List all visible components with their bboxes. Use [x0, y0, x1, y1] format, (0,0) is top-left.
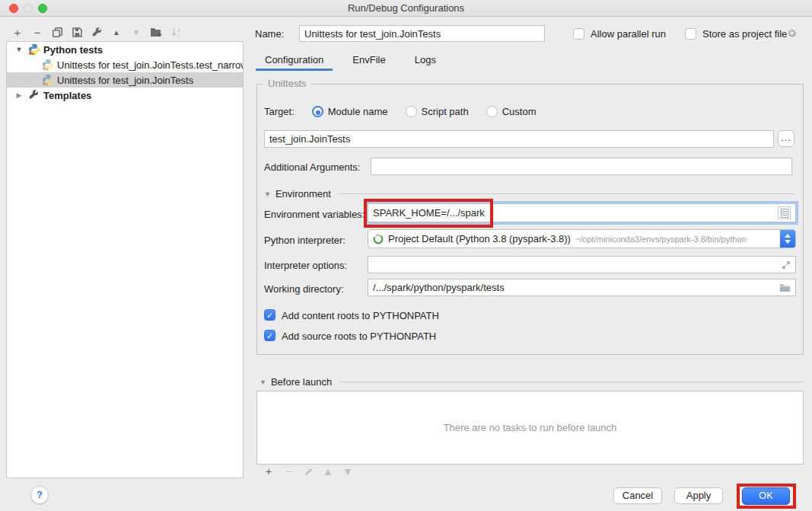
name-label: Name:: [255, 28, 284, 40]
environment-section-title: Environment: [275, 188, 331, 200]
add-task-button[interactable]: +: [259, 465, 279, 477]
interpreter-options-field[interactable]: [368, 256, 796, 273]
working-directory-input[interactable]: [373, 282, 779, 293]
before-launch-section-title: Before launch: [271, 376, 332, 388]
expand-field-button[interactable]: [782, 260, 791, 270]
environment-variables-input[interactable]: [373, 207, 775, 219]
help-button[interactable]: ?: [30, 486, 49, 504]
window-title: Run/Debug Configurations: [0, 0, 812, 17]
interpreter-options-label: Interpreter options:: [264, 260, 347, 271]
edit-task-button[interactable]: [298, 467, 318, 477]
allow-parallel-run-label: Allow parallel run: [591, 28, 666, 40]
add-configuration-button[interactable]: +: [8, 24, 27, 40]
save-icon: [72, 27, 83, 38]
tab-configuration[interactable]: Configuration: [256, 51, 333, 71]
new-folder-icon: [150, 27, 162, 37]
python-tests-icon: [28, 43, 40, 56]
environment-variables-label: Environment variables:: [264, 209, 365, 220]
tree-item-unittests-jointests-selected[interactable]: Unittests for test_join.JoinTests: [7, 72, 243, 88]
additional-arguments-field[interactable]: [371, 158, 792, 175]
environment-section-header[interactable]: ▼ Environment: [264, 188, 794, 200]
additional-arguments-input[interactable]: [376, 161, 787, 172]
tab-logs[interactable]: Logs: [406, 51, 445, 71]
tree-item-label: Python tests: [43, 44, 103, 56]
environment-variables-field[interactable]: [368, 203, 796, 222]
combo-stepper[interactable]: [780, 229, 795, 248]
python-interpreter-combobox[interactable]: Project Default (Python 3.8 (pyspark-3.8…: [368, 229, 796, 248]
task-up-button[interactable]: ▲: [318, 465, 338, 477]
move-down-button[interactable]: ▼: [126, 24, 146, 40]
chevron-right-icon[interactable]: ▶: [14, 91, 24, 99]
target-label: Target:: [264, 106, 295, 117]
create-folder-button[interactable]: [146, 24, 166, 40]
add-content-roots-checkbox[interactable]: ✓: [264, 309, 275, 321]
interpreter-options-input[interactable]: [373, 259, 782, 270]
browse-environment-variables-button[interactable]: [778, 206, 791, 219]
tree-item-label: Unittests for test_join.JoinTests: [57, 75, 193, 86]
move-up-button[interactable]: ▲: [107, 24, 126, 40]
stepper-up-icon: [785, 234, 791, 238]
browse-target-button[interactable]: ...: [778, 130, 794, 147]
tree-item-python-tests[interactable]: ▼ Python tests: [7, 42, 243, 57]
target-option-script-path[interactable]: Script path: [401, 106, 469, 117]
remove-task-button[interactable]: −: [279, 465, 298, 477]
allow-parallel-run-checkbox[interactable]: [573, 28, 584, 40]
store-as-project-file-label: Store as project file: [702, 28, 787, 40]
chevron-down-icon[interactable]: ▼: [14, 46, 24, 53]
collapse-triangle-icon[interactable]: ▼: [264, 190, 271, 198]
add-content-roots-label: Add content roots to PYTHONPATH: [282, 310, 439, 321]
configuration-tabs: Configuration EnvFile Logs: [256, 51, 456, 71]
cancel-button[interactable]: Cancel: [613, 487, 662, 504]
store-as-project-file-checkbox[interactable]: [685, 28, 696, 40]
copy-configuration-button[interactable]: [47, 24, 67, 40]
add-source-roots-label: Add source roots to PYTHONPATH: [282, 331, 436, 342]
target-option-module-name[interactable]: Module name: [307, 106, 388, 117]
python-test-icon: [42, 59, 54, 71]
tree-item-templates[interactable]: ▶ Templates: [7, 88, 243, 103]
radio-label: Custom: [502, 106, 537, 117]
before-launch-task-list: There are no tasks to run before launch: [256, 391, 804, 465]
apply-button[interactable]: Apply: [674, 487, 723, 504]
templates-wrench-icon: [28, 89, 40, 101]
collapse-triangle-icon[interactable]: ▼: [260, 378, 266, 386]
configurations-tree: ▼ Python tests Unittests for test_join.J…: [6, 41, 244, 478]
svg-text:a: a: [177, 27, 180, 32]
additional-arguments-label: Additional Arguments:: [264, 161, 360, 173]
tab-envfile[interactable]: EnvFile: [343, 51, 394, 71]
radio-module-name[interactable]: [312, 106, 323, 117]
stepper-down-icon: [785, 240, 791, 244]
tree-item-unittests-test-narrow[interactable]: Unittests for test_join.JoinTests.test_n…: [7, 57, 243, 72]
radio-script-path[interactable]: [406, 106, 417, 117]
unittests-group-title: Unittests: [263, 78, 311, 89]
sort-configurations-button[interactable]: az: [166, 24, 186, 40]
tree-item-label: Templates: [43, 90, 91, 101]
save-configuration-button[interactable]: [67, 24, 87, 40]
folder-icon: [779, 283, 791, 292]
svg-text:z: z: [177, 33, 180, 38]
add-source-roots-checkbox[interactable]: ✓: [264, 330, 275, 341]
ok-button[interactable]: OK: [742, 487, 790, 505]
remove-configuration-button[interactable]: −: [27, 24, 47, 40]
sort-az-icon: az: [170, 27, 182, 38]
python-interpreter-label: Python interpreter:: [264, 235, 345, 246]
copy-icon: [52, 27, 63, 38]
section-divider: [339, 193, 794, 194]
working-directory-field[interactable]: [368, 279, 796, 296]
gear-icon: [786, 27, 798, 39]
browse-directory-button[interactable]: [779, 283, 791, 292]
target-field[interactable]: [264, 130, 774, 148]
edit-templates-button[interactable]: [87, 24, 107, 40]
target-option-custom[interactable]: Custom: [482, 106, 537, 117]
no-tasks-message: There are no tasks to run before launch: [444, 422, 617, 433]
store-options-button[interactable]: [786, 27, 798, 39]
radio-label: Script path: [422, 106, 469, 117]
radio-custom[interactable]: [486, 106, 498, 117]
before-launch-section-header[interactable]: ▼ Before launch: [260, 376, 804, 388]
radio-label: Module name: [328, 106, 388, 117]
python-test-icon: [42, 74, 54, 86]
task-down-button[interactable]: ▼: [338, 465, 358, 477]
wrench-icon: [91, 27, 103, 38]
target-input[interactable]: [269, 133, 769, 145]
name-input[interactable]: [299, 25, 545, 42]
env-list-icon: [781, 209, 788, 218]
